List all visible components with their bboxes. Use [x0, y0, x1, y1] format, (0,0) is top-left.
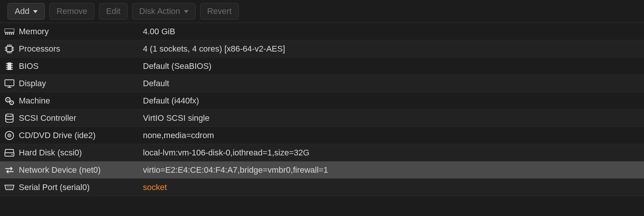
- row-bios[interactable]: BIOS Default (SeaBIOS): [0, 58, 644, 75]
- row-value: 4.00 GiB: [143, 27, 644, 37]
- row-label: Serial Port (serial0): [19, 183, 143, 192]
- row-value: socket: [143, 183, 644, 192]
- cpu-icon: [0, 44, 19, 53]
- row-cdrom[interactable]: CD/DVD Drive (ide2) none,media=cdrom: [0, 127, 644, 144]
- edit-button[interactable]: Edit: [99, 3, 128, 20]
- add-label: Add: [15, 6, 29, 16]
- display-icon: [0, 79, 19, 88]
- row-label: Hard Disk (scsi0): [19, 148, 143, 158]
- svg-point-49: [11, 188, 11, 189]
- svg-rect-4: [11, 33, 12, 35]
- remove-label: Remove: [56, 6, 87, 16]
- svg-rect-1: [5, 33, 6, 35]
- row-label: Network Device (net0): [19, 165, 143, 175]
- row-value: VirtIO SCSI single: [143, 113, 644, 123]
- svg-point-46: [11, 186, 12, 187]
- gears-icon: [0, 96, 19, 105]
- svg-point-47: [8, 188, 8, 189]
- database-icon: [0, 114, 19, 123]
- row-value: Default (i440fx): [143, 96, 644, 106]
- row-scsi-controller[interactable]: SCSI Controller VirtIO SCSI single: [0, 110, 644, 127]
- memory-icon: [0, 29, 19, 35]
- svg-rect-3: [9, 33, 10, 35]
- toolbar: Add Remove Edit Disk Action Revert: [0, 0, 644, 23]
- revert-button[interactable]: Revert: [200, 3, 239, 20]
- svg-point-40: [12, 154, 13, 155]
- svg-point-32: [8, 99, 9, 100]
- svg-point-34: [11, 102, 12, 103]
- svg-point-44: [8, 186, 9, 187]
- revert-label: Revert: [207, 6, 232, 16]
- hdd-icon: [0, 149, 19, 157]
- row-label: Machine: [19, 96, 143, 106]
- row-value: virtio=E2:E4:CE:04:F4:A7,bridge=vmbr0,fi…: [143, 165, 644, 175]
- row-value: none,media=cdrom: [143, 131, 644, 140]
- edit-label: Edit: [106, 6, 120, 16]
- row-label: Memory: [19, 27, 143, 37]
- row-value: 4 (1 sockets, 4 cores) [x86-64-v2-AES]: [143, 44, 644, 54]
- row-serial-port[interactable]: Serial Port (serial0) socket: [0, 179, 644, 196]
- disc-icon: [0, 131, 19, 140]
- chevron-down-icon: [33, 10, 38, 13]
- svg-rect-28: [5, 80, 14, 86]
- row-processors[interactable]: Processors 4 (1 sockets, 4 cores) [x86-6…: [0, 40, 644, 58]
- svg-rect-0: [5, 29, 14, 32]
- row-label: Processors: [19, 44, 143, 54]
- svg-rect-6: [7, 46, 12, 52]
- row-network-device[interactable]: Network Device (net0) virtio=E2:E4:CE:04…: [0, 161, 644, 179]
- row-value: Default: [143, 79, 644, 88]
- svg-rect-2: [7, 33, 8, 35]
- remove-button[interactable]: Remove: [49, 3, 94, 20]
- row-label: CD/DVD Drive (ide2): [19, 131, 143, 140]
- serial-port-icon: [0, 185, 19, 190]
- row-label: BIOS: [19, 61, 143, 71]
- row-label: SCSI Controller: [19, 113, 143, 123]
- svg-point-38: [9, 135, 10, 136]
- disk-action-button[interactable]: Disk Action: [132, 3, 196, 20]
- svg-point-45: [10, 186, 11, 187]
- row-label: Display: [19, 79, 143, 88]
- chip-icon: [0, 62, 19, 71]
- chevron-down-icon: [184, 10, 188, 13]
- row-display[interactable]: Display Default: [0, 75, 644, 92]
- svg-rect-19: [8, 62, 11, 70]
- row-memory[interactable]: Memory 4.00 GiB: [0, 23, 644, 40]
- row-value: Default (SeaBIOS): [143, 61, 644, 71]
- row-hard-disk[interactable]: Hard Disk (scsi0) local-lvm:vm-106-disk-…: [0, 144, 644, 161]
- network-icon: [0, 167, 19, 173]
- add-button[interactable]: Add: [8, 3, 45, 20]
- row-value: local-lvm:vm-106-disk-0,iothread=1,size=…: [143, 148, 644, 158]
- svg-point-35: [6, 114, 13, 116]
- svg-point-48: [9, 188, 10, 189]
- hardware-grid: Memory 4.00 GiB Processors 4 (1 sockets,…: [0, 23, 644, 196]
- svg-rect-5: [13, 33, 14, 35]
- row-machine[interactable]: Machine Default (i440fx): [0, 92, 644, 110]
- svg-point-43: [7, 186, 8, 187]
- disk-action-label: Disk Action: [139, 6, 180, 16]
